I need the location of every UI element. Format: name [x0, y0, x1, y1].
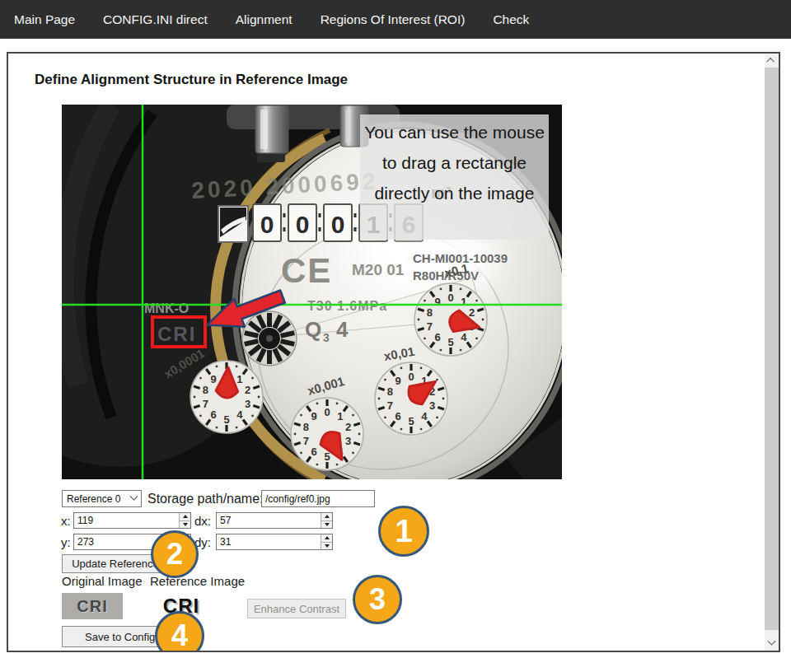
nav-check[interactable]: Check: [479, 0, 543, 39]
dy-input-group: [216, 534, 333, 550]
drag-hint-overlay: You can use the mouse to drag a rectangl…: [360, 114, 549, 240]
svg-text:9: 9: [435, 296, 441, 308]
alignment-mark-text: CRI: [157, 323, 196, 345]
nav-main-page[interactable]: Main Page: [0, 0, 89, 39]
svg-text:5: 5: [447, 336, 453, 348]
svg-text:6: 6: [311, 446, 317, 458]
svg-text:8: 8: [303, 421, 309, 433]
y-label: y:: [61, 535, 71, 549]
reference-select[interactable]: Reference 0: [62, 490, 142, 507]
dial-x0-01: 0123456789: [375, 362, 447, 435]
svg-text:2: 2: [245, 384, 250, 396]
content-area: Define Alignment Structure in Reference …: [8, 54, 765, 651]
vertical-scrollbar[interactable]: [765, 54, 779, 651]
callout-3: 3: [353, 575, 402, 624]
svg-text:2: 2: [345, 421, 351, 433]
svg-text:8: 8: [203, 384, 208, 396]
storage-path-label: Storage path/name:: [147, 492, 264, 506]
svg-text:2: 2: [469, 306, 475, 319]
dial-x0-1: 0123456789: [414, 283, 487, 356]
svg-text:3: 3: [429, 399, 435, 412]
q3-value: 4: [336, 317, 349, 342]
svg-text:0: 0: [408, 371, 414, 383]
svg-text:6: 6: [396, 410, 401, 422]
svg-text:0: 0: [324, 406, 330, 418]
dx-label: dx:: [194, 514, 211, 528]
svg-text:1: 1: [461, 296, 466, 308]
svg-text:9: 9: [311, 410, 317, 422]
turbine-gear: [242, 311, 297, 366]
dx-input[interactable]: [217, 513, 321, 528]
x-input[interactable]: [74, 513, 179, 528]
storage-path-input[interactable]: [261, 490, 375, 507]
svg-text:9: 9: [396, 375, 401, 387]
x-spinner: [179, 513, 190, 528]
svg-text:4: 4: [421, 410, 428, 422]
reference-image-canvas[interactable]: 2020 2000692 0 0 0 1: [62, 105, 562, 479]
top-navbar: Main Page CONFIG.INI direct Alignment Re…: [0, 0, 791, 39]
dial-x0-001: 0123456789: [291, 398, 363, 470]
x-spinner-up-icon[interactable]: [180, 513, 190, 520]
svg-text:4: 4: [461, 331, 467, 343]
x-label: x:: [61, 514, 71, 528]
reference-select-value: Reference 0: [67, 493, 120, 505]
enhance-contrast-button[interactable]: Enhance Contrast: [247, 599, 346, 618]
svg-text:3: 3: [245, 398, 250, 410]
svg-text:0: 0: [296, 211, 310, 238]
callout-1: 1: [378, 506, 429, 557]
callout-2: 2: [151, 530, 199, 578]
pressure-text: T30 1.6MPa: [307, 299, 387, 313]
series-text: MNK-O: [144, 301, 189, 315]
dx-spinner: [321, 513, 332, 528]
dy-spinner-up-icon[interactable]: [321, 534, 332, 542]
svg-text:1: 1: [236, 373, 242, 385]
chevron-down-icon: [130, 492, 138, 501]
svg-text:8: 8: [427, 306, 433, 319]
svg-text:0: 0: [447, 292, 453, 304]
nav-config-ini[interactable]: CONFIG.INI direct: [89, 0, 222, 39]
ce-code: M20 01: [352, 261, 405, 278]
svg-text:8: 8: [387, 385, 393, 398]
dx-spinner-down-icon[interactable]: [321, 520, 332, 529]
q3-sub: 3: [323, 331, 330, 344]
x-input-group: [73, 512, 191, 529]
q3-letter: Q: [305, 317, 321, 342]
dx-input-group: [216, 512, 333, 529]
dy-spinner-down-icon[interactable]: [321, 542, 332, 550]
content-frame: Define Alignment Structure in Reference …: [7, 52, 780, 652]
original-image-thumbnail: CRI: [62, 593, 123, 619]
dial-x0-0001: 0123456789: [190, 361, 263, 433]
dy-input[interactable]: [217, 534, 321, 549]
svg-text:7: 7: [427, 320, 433, 333]
page-title: Define Alignment Structure in Reference …: [35, 72, 348, 88]
nav-roi[interactable]: Regions Of Interest (ROI): [307, 0, 480, 39]
svg-text:0: 0: [331, 211, 345, 238]
svg-text:5: 5: [408, 415, 414, 427]
svg-text:0: 0: [260, 211, 274, 238]
scroll-down-arrow-icon[interactable]: [765, 637, 779, 651]
scrollbar-thumb[interactable]: [765, 68, 779, 630]
svg-text:9: 9: [211, 373, 217, 385]
ce-mark: CE: [281, 251, 332, 290]
svg-text:3: 3: [345, 435, 351, 447]
reference-image-label: Reference Image: [150, 574, 245, 588]
dx-spinner-up-icon[interactable]: [321, 513, 332, 520]
x-spinner-down-icon[interactable]: [180, 520, 190, 529]
svg-text:4: 4: [236, 408, 243, 421]
svg-text:5: 5: [223, 413, 229, 426]
svg-text:7: 7: [387, 399, 393, 412]
svg-text:6: 6: [211, 408, 217, 421]
svg-text:7: 7: [203, 398, 208, 410]
nav-alignment[interactable]: Alignment: [222, 0, 307, 39]
scroll-up-arrow-icon[interactable]: [765, 54, 779, 68]
original-image-label: Original Image: [62, 574, 143, 588]
dy-spinner: [321, 534, 332, 549]
svg-text:1: 1: [337, 410, 343, 422]
svg-text:7: 7: [303, 435, 309, 447]
svg-text:6: 6: [435, 331, 441, 343]
